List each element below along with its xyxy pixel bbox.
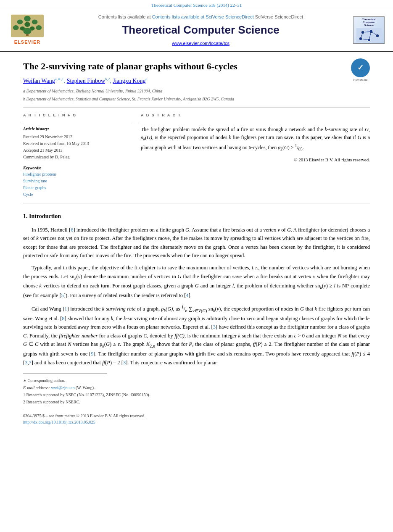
journal-url-link[interactable]: www.elsevier.com/locate/tcs: [172, 41, 229, 46]
copyright-text: © 2013 Elsevier B.V. All rights reserved…: [141, 156, 370, 164]
svg-point-6: [24, 22, 30, 27]
keyword-3[interactable]: Planar graphs: [23, 184, 132, 191]
ref-1[interactable]: 1: [64, 306, 67, 312]
intro-title: 1. Introduction: [23, 212, 370, 221]
svg-point-2: [17, 20, 23, 25]
contents-line: Contents lists available at Contents lis…: [57, 13, 345, 21]
svg-point-4: [13, 25, 19, 30]
ref-4[interactable]: 4: [186, 292, 188, 298]
article-info-column: A R T I C L E I N F O Article history: R…: [23, 113, 132, 198]
tcs-cover-graphic: [356, 28, 382, 42]
keywords-label: Keywords:: [23, 165, 132, 171]
abstract-text: The firefighter problem models the sprea…: [141, 126, 370, 164]
bottom-copyright: 0304-3975/$ – see front matter © 2013 El…: [23, 413, 370, 419]
journal-ref: Theoretical Computer Science 518 (2014) …: [151, 3, 242, 8]
ref-6[interactable]: 6: [71, 227, 73, 233]
intro-para-1: In 1995, Hartnell [6] introduced the fir…: [23, 226, 370, 261]
doi-link[interactable]: http://dx.doi.org/10.1016/j.tcs.2013.05.…: [23, 420, 95, 424]
svg-point-1: [24, 16, 31, 22]
communicated-by: Communicated by D. Peleg: [23, 154, 132, 161]
ref-8[interactable]: 8: [62, 316, 64, 321]
ref-7[interactable]: 7: [29, 360, 32, 366]
abstract-header: A B S T R A C T: [141, 113, 370, 119]
article-history-label: Article history:: [23, 126, 132, 132]
ref-3c[interactable]: 3: [123, 360, 126, 366]
ref-5[interactable]: 5: [61, 292, 64, 298]
author-weifan[interactable]: Weifan Wang: [23, 78, 55, 84]
footnotes: ∗ Corresponding author. E-mail address: …: [23, 377, 370, 406]
ref-3b[interactable]: 3: [25, 360, 27, 366]
header-right: TheoreticalComputerScience: [353, 16, 387, 44]
doi[interactable]: http://dx.doi.org/10.1016/j.tcs.2013.05.…: [23, 419, 370, 425]
affiliation-a: a Department of Mathematics, Zhejiang No…: [23, 88, 370, 94]
two-column-layout: A R T I C L E I N F O Article history: R…: [23, 113, 370, 198]
svg-point-5: [36, 25, 42, 30]
divider-2: [23, 203, 370, 203]
accepted-date: Accepted 21 May 2013: [23, 147, 132, 154]
received-date: Received 29 November 2012: [23, 134, 132, 140]
author-jiangxu[interactable]: Jiangxu Kong: [113, 78, 145, 84]
crossmark-container[interactable]: ✓ CrossMark: [351, 58, 370, 83]
sciverse-text: SciVerse ScienceDirect: [255, 14, 303, 19]
tcs-cover: TheoreticalComputerScience: [353, 16, 385, 44]
ref-3[interactable]: 3: [213, 324, 216, 330]
affiliation-b: b Department of Mathematics, Statistics …: [23, 96, 370, 102]
intro-para-3: Cai and Wang [1] introduced the k-surviv…: [23, 303, 370, 367]
keyword-4[interactable]: Cycle: [23, 191, 132, 198]
crossmark-label: CrossMark: [353, 78, 368, 83]
keyword-1[interactable]: Firefighter problem: [23, 171, 132, 178]
crossmark-icon[interactable]: ✓: [351, 58, 370, 77]
footnote-corresponding: ∗ Corresponding author.: [23, 377, 370, 384]
header-center: Contents lists available at Contents lis…: [48, 13, 353, 47]
intro-para-2: Typically, and in this paper, the object…: [23, 263, 370, 300]
author-stephen[interactable]: Stephen Finbow: [67, 78, 105, 84]
keyword-2[interactable]: Surviving rate: [23, 178, 132, 184]
footnote-1: 1 Research supported by NSFC (No. 110712…: [23, 391, 370, 398]
footnote-divider: [23, 373, 107, 374]
authors: Weifan Wanga,∗,1, Stephen Finbowb,2, Jia…: [23, 76, 370, 85]
page: Theoretical Computer Science 518 (2014) …: [0, 0, 393, 532]
divider-1: [23, 107, 370, 108]
footnote-2: 2 Research supported by NSERC.: [23, 398, 370, 406]
keywords-section: Keywords: Firefighter problem Surviving …: [23, 165, 132, 198]
sciverse-link[interactable]: Contents lists available at SciVerse Sci…: [152, 14, 254, 19]
journal-url[interactable]: www.elsevier.com/locate/tcs: [57, 40, 345, 47]
svg-point-10: [23, 28, 32, 34]
header-section: ELSEVIER Contents lists available at Con…: [0, 9, 393, 52]
article-info-header: A R T I C L E I N F O: [23, 113, 132, 119]
elsevier-logo: ELSEVIER: [6, 14, 48, 46]
footnote-email: E-mail address: wwf@zjnu.cn (W. Wang).: [23, 384, 370, 391]
article-content: The 2-surviving rate of planar graphs wi…: [0, 52, 393, 434]
page-bottom-info: 0304-3975/$ – see front matter © 2013 El…: [23, 410, 370, 425]
journal-bar: Theoretical Computer Science 518 (2014) …: [0, 0, 393, 9]
svg-point-3: [32, 20, 38, 25]
article-title: The 2-surviving rate of planar graphs wi…: [23, 61, 370, 73]
journal-title: Theoretical Computer Science: [57, 22, 345, 38]
intro-section: 1. Introduction In 1995, Hartnell [6] in…: [23, 212, 370, 367]
revised-date: Received in revised form 16 May 2013: [23, 140, 132, 147]
ref-9[interactable]: 9: [91, 351, 93, 357]
elsevier-text: ELSEVIER: [14, 39, 40, 46]
elsevier-tree-icon: [11, 14, 44, 37]
abstract-column: A B S T R A C T The firefighter problem …: [141, 113, 370, 198]
email-link[interactable]: wwf@zjnu.cn: [51, 385, 74, 390]
